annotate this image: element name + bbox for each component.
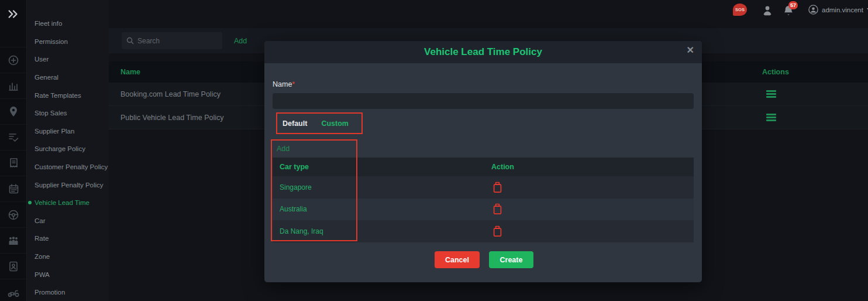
car-type-cell: Singapore bbox=[273, 183, 491, 191]
car-type-row: Australia bbox=[273, 199, 694, 221]
sidebar-item-zone[interactable]: Zone bbox=[27, 248, 109, 266]
trash-icon bbox=[492, 203, 502, 215]
car-type-table: Car type Action Singapore Australia bbox=[273, 158, 694, 242]
modal-body: Name* Default Custom Add Car type Action… bbox=[264, 63, 702, 282]
policy-name-cell: Booking.com Lead Time Policy bbox=[120, 83, 221, 106]
sidebar-item-general[interactable]: General bbox=[27, 69, 109, 87]
sidebar-item-promotion[interactable]: Promotion bbox=[27, 283, 109, 301]
sidebar-item-label: Car bbox=[35, 217, 46, 224]
sidebar-item-vehicle-lead-time[interactable]: Vehicle Lead Time bbox=[27, 194, 109, 212]
plus-circle-icon bbox=[8, 54, 19, 66]
people-group-icon bbox=[7, 235, 20, 246]
document-check-icon bbox=[8, 132, 19, 143]
rail-item-reports[interactable] bbox=[0, 73, 27, 98]
sidebar-item-supplier-plan[interactable]: Supplier Plan bbox=[27, 122, 109, 141]
sidebar-item-surcharge-policy[interactable]: Surcharge Policy bbox=[27, 140, 109, 158]
car-type-table-header: Car type Action bbox=[273, 158, 694, 176]
sidebar-item-label: Rate bbox=[35, 235, 49, 242]
avatar-icon bbox=[808, 5, 818, 15]
rail-item-customers[interactable] bbox=[0, 227, 27, 253]
sidebar-item-label: Fleet info bbox=[35, 20, 62, 27]
sidebar-item-user[interactable]: User bbox=[27, 50, 109, 69]
sidebar-item-stop-sales[interactable]: Stop Sales bbox=[27, 104, 109, 122]
sidebar-item-rate[interactable]: Rate bbox=[27, 230, 109, 248]
policy-name-input[interactable] bbox=[273, 93, 694, 109]
sidebar-item-label: Customer Penalty Policy bbox=[35, 163, 108, 170]
modal-title: Vehicle Lead Time Policy bbox=[424, 46, 542, 58]
double-chevron-right-icon bbox=[7, 9, 20, 19]
sos-icon[interactable]: SOS bbox=[733, 4, 747, 16]
rail-item-add[interactable] bbox=[0, 47, 27, 73]
sidebar-item-label: Permission bbox=[35, 38, 68, 45]
bar-chart-icon bbox=[8, 80, 19, 92]
add-policy-button[interactable]: Add bbox=[234, 28, 247, 53]
sidebar-item-label: Stop Sales bbox=[35, 110, 67, 117]
search-input[interactable] bbox=[137, 37, 208, 45]
sidebar-item-rate-templates[interactable]: Rate Templates bbox=[27, 86, 109, 104]
trash-icon bbox=[492, 225, 502, 237]
sidebar-item-label: User bbox=[35, 56, 49, 63]
cancel-button[interactable]: Cancel bbox=[435, 251, 480, 268]
tab-custom[interactable]: Custom bbox=[321, 119, 349, 128]
active-dot bbox=[28, 201, 32, 204]
expand-sidebar-button[interactable] bbox=[0, 4, 27, 25]
policy-type-tabs: Default Custom bbox=[276, 112, 363, 134]
car-type-row: Da Nang, Iraq bbox=[273, 220, 694, 242]
steering-wheel-icon bbox=[8, 209, 19, 221]
sidebar-item-label: Supplier Plan bbox=[35, 128, 74, 135]
close-icon[interactable]: ✕ bbox=[687, 46, 694, 55]
receipt-icon bbox=[9, 158, 19, 169]
delete-row-button[interactable] bbox=[492, 180, 505, 194]
notification-count-badge: 57 bbox=[788, 1, 798, 9]
app-frame: Fleet info Permission User General Rate … bbox=[0, 0, 868, 301]
delete-row-button[interactable] bbox=[492, 202, 505, 216]
column-header-actions: Actions bbox=[762, 61, 789, 83]
search-icon bbox=[126, 37, 134, 45]
calendar-icon bbox=[8, 183, 19, 194]
column-header-car-type: Car type bbox=[273, 163, 491, 171]
sidebar-item-label: Vehicle Lead Time bbox=[35, 199, 89, 206]
sidebar-item-permission[interactable]: Permission bbox=[27, 33, 109, 51]
sidebar-item-label: General bbox=[35, 74, 58, 81]
sidebar-item-label: Surcharge Policy bbox=[35, 145, 85, 152]
create-button[interactable]: Create bbox=[489, 251, 533, 268]
rail-item-calendar[interactable] bbox=[0, 176, 27, 201]
sidebar-item-supplier-penalty-policy[interactable]: Supplier Penalty Policy bbox=[27, 176, 109, 194]
sidebar-icon-rail bbox=[0, 0, 27, 301]
required-asterisk: * bbox=[292, 80, 295, 88]
row-actions-menu-icon[interactable] bbox=[766, 114, 776, 122]
column-header-name: Name bbox=[120, 61, 140, 83]
sidebar-item-customer-penalty-policy[interactable]: Customer Penalty Policy bbox=[27, 158, 109, 176]
vehicle-lead-time-policy-modal: Vehicle Lead Time Policy ✕ Name* Default… bbox=[264, 41, 702, 282]
rail-item-vehicles[interactable] bbox=[0, 201, 27, 227]
row-actions-menu-icon[interactable] bbox=[766, 90, 776, 99]
username-label: admin.vincent bbox=[822, 6, 863, 13]
id-card-icon bbox=[8, 261, 19, 272]
location-pin-icon bbox=[8, 106, 19, 118]
sidebar-menu: Fleet info Permission User General Rate … bbox=[27, 0, 109, 301]
sidebar-item-label: Promotion bbox=[35, 289, 65, 296]
scooter-icon bbox=[7, 287, 20, 297]
sidebar-item-pwa[interactable]: PWA bbox=[27, 265, 109, 283]
rail-item-invoices[interactable] bbox=[0, 150, 27, 176]
person-icon bbox=[762, 4, 773, 17]
delete-row-button[interactable] bbox=[492, 224, 505, 238]
rail-item-plans[interactable] bbox=[0, 124, 27, 150]
modal-header: Vehicle Lead Time Policy ✕ bbox=[264, 41, 702, 63]
notifications-button[interactable]: 57 bbox=[783, 4, 794, 19]
rail-item-contacts[interactable] bbox=[0, 253, 27, 279]
sidebar-item-label: PWA bbox=[35, 271, 50, 278]
name-field-label: Name* bbox=[273, 80, 295, 88]
car-type-row: Singapore bbox=[273, 176, 694, 199]
rail-item-delivery[interactable] bbox=[0, 279, 27, 301]
sidebar-item-fleet-info[interactable]: Fleet info bbox=[27, 15, 109, 33]
car-type-cell: Da Nang, Iraq bbox=[273, 227, 491, 235]
policy-name-cell: Public Vehicle Lead Time Policy bbox=[120, 106, 223, 129]
sidebar-item-car[interactable]: Car bbox=[27, 212, 109, 230]
account-menu[interactable]: admin.vincent bbox=[808, 5, 868, 15]
rail-item-locations[interactable] bbox=[0, 98, 27, 124]
trash-icon bbox=[492, 182, 502, 193]
add-car-type-button[interactable]: Add bbox=[277, 145, 290, 153]
tab-default[interactable]: Default bbox=[283, 119, 307, 128]
user-admin-button[interactable] bbox=[762, 4, 773, 19]
